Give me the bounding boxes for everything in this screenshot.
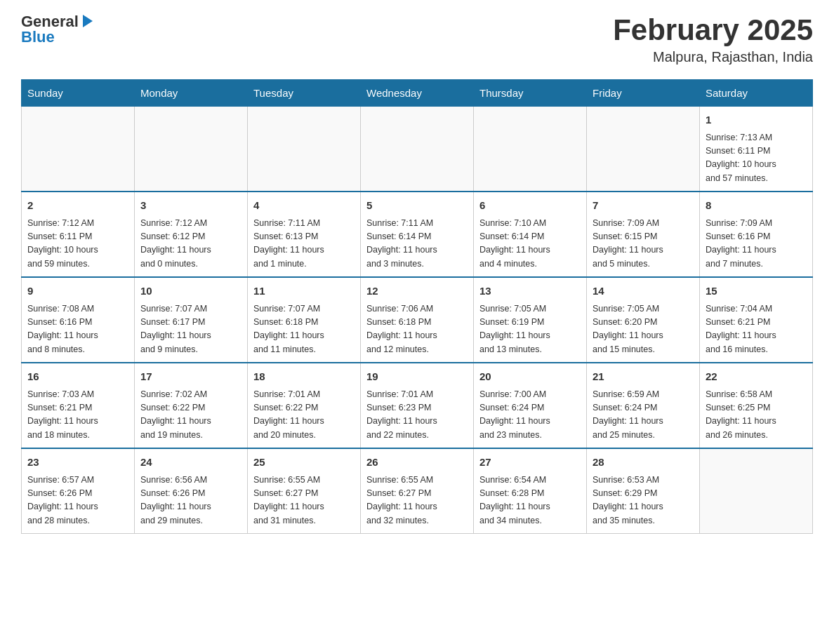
table-row: [135, 107, 248, 192]
table-row: 27Sunrise: 6:54 AM Sunset: 6:28 PM Dayli…: [474, 448, 587, 534]
day-number: 1: [706, 112, 807, 128]
table-row: 20Sunrise: 7:00 AM Sunset: 6:24 PM Dayli…: [474, 363, 587, 448]
day-number: 6: [479, 198, 581, 214]
day-info: Sunrise: 7:09 AM Sunset: 6:16 PM Dayligh…: [706, 217, 807, 271]
table-row: [22, 107, 135, 192]
table-row: 9Sunrise: 7:08 AM Sunset: 6:16 PM Daylig…: [22, 277, 135, 363]
day-number: 28: [593, 455, 694, 471]
day-number: 4: [253, 198, 355, 214]
day-number: 7: [593, 198, 694, 214]
table-row: [248, 107, 361, 192]
day-info: Sunrise: 6:53 AM Sunset: 6:29 PM Dayligh…: [593, 474, 694, 528]
table-row: 2Sunrise: 7:12 AM Sunset: 6:11 PM Daylig…: [22, 192, 135, 277]
table-row: 25Sunrise: 6:55 AM Sunset: 6:27 PM Dayli…: [248, 448, 361, 534]
table-row: 14Sunrise: 7:05 AM Sunset: 6:20 PM Dayli…: [587, 277, 700, 363]
day-number: 2: [27, 198, 128, 214]
table-row: 13Sunrise: 7:05 AM Sunset: 6:19 PM Dayli…: [474, 277, 587, 363]
day-info: Sunrise: 7:01 AM Sunset: 6:22 PM Dayligh…: [253, 388, 355, 443]
day-info: Sunrise: 7:09 AM Sunset: 6:15 PM Dayligh…: [593, 217, 694, 271]
day-number: 21: [593, 369, 694, 385]
day-info: Sunrise: 7:10 AM Sunset: 6:14 PM Dayligh…: [479, 217, 581, 271]
day-info: Sunrise: 6:58 AM Sunset: 6:25 PM Dayligh…: [706, 388, 807, 443]
day-info: Sunrise: 6:55 AM Sunset: 6:27 PM Dayligh…: [366, 474, 468, 528]
day-number: 17: [140, 369, 241, 385]
day-number: 3: [140, 198, 241, 214]
day-info: Sunrise: 7:06 AM Sunset: 6:18 PM Dayligh…: [366, 302, 468, 357]
col-thursday: Thursday: [474, 80, 587, 107]
calendar-week-row: 1Sunrise: 7:13 AM Sunset: 6:11 PM Daylig…: [22, 107, 813, 192]
title-section: February 2025 Malpura, Rajasthan, India: [613, 14, 813, 65]
table-row: 17Sunrise: 7:02 AM Sunset: 6:22 PM Dayli…: [135, 363, 248, 448]
day-info: Sunrise: 6:59 AM Sunset: 6:24 PM Dayligh…: [593, 388, 694, 443]
col-wednesday: Wednesday: [361, 80, 474, 107]
table-row: 15Sunrise: 7:04 AM Sunset: 6:21 PM Dayli…: [700, 277, 813, 363]
day-info: Sunrise: 7:08 AM Sunset: 6:16 PM Dayligh…: [27, 302, 128, 357]
calendar-week-row: 9Sunrise: 7:08 AM Sunset: 6:16 PM Daylig…: [22, 277, 813, 363]
day-number: 24: [140, 455, 241, 471]
day-info: Sunrise: 7:00 AM Sunset: 6:24 PM Dayligh…: [479, 388, 581, 443]
table-row: 22Sunrise: 6:58 AM Sunset: 6:25 PM Dayli…: [700, 363, 813, 448]
month-title: February 2025: [613, 14, 813, 46]
calendar-header-row: Sunday Monday Tuesday Wednesday Thursday…: [22, 80, 813, 107]
table-row: 3Sunrise: 7:12 AM Sunset: 6:12 PM Daylig…: [135, 192, 248, 277]
day-info: Sunrise: 7:07 AM Sunset: 6:18 PM Dayligh…: [253, 302, 355, 357]
day-info: Sunrise: 7:01 AM Sunset: 6:23 PM Dayligh…: [366, 388, 468, 443]
table-row: 6Sunrise: 7:10 AM Sunset: 6:14 PM Daylig…: [474, 192, 587, 277]
day-number: 27: [479, 455, 581, 471]
day-number: 26: [366, 455, 468, 471]
svg-marker-0: [83, 15, 93, 27]
table-row: [474, 107, 587, 192]
day-info: Sunrise: 6:54 AM Sunset: 6:28 PM Dayligh…: [479, 474, 581, 528]
table-row: [587, 107, 700, 192]
day-info: Sunrise: 7:12 AM Sunset: 6:12 PM Dayligh…: [140, 217, 241, 271]
col-sunday: Sunday: [22, 80, 135, 107]
day-number: 22: [706, 369, 807, 385]
calendar-week-row: 16Sunrise: 7:03 AM Sunset: 6:21 PM Dayli…: [22, 363, 813, 448]
day-number: 16: [27, 369, 128, 385]
day-number: 15: [706, 283, 807, 300]
day-number: 5: [366, 198, 468, 214]
page-header: General Blue February 2025 Malpura, Raja…: [21, 14, 813, 65]
day-info: Sunrise: 7:03 AM Sunset: 6:21 PM Dayligh…: [27, 388, 128, 443]
logo-general-text: General: [21, 14, 79, 29]
day-number: 20: [479, 369, 581, 385]
calendar-table: Sunday Monday Tuesday Wednesday Thursday…: [21, 79, 813, 534]
day-number: 12: [366, 283, 468, 300]
table-row: 18Sunrise: 7:01 AM Sunset: 6:22 PM Dayli…: [248, 363, 361, 448]
table-row: [361, 107, 474, 192]
day-info: Sunrise: 7:04 AM Sunset: 6:21 PM Dayligh…: [706, 302, 807, 357]
table-row: 1Sunrise: 7:13 AM Sunset: 6:11 PM Daylig…: [700, 107, 813, 192]
table-row: 5Sunrise: 7:11 AM Sunset: 6:14 PM Daylig…: [361, 192, 474, 277]
day-info: Sunrise: 6:56 AM Sunset: 6:26 PM Dayligh…: [140, 474, 241, 528]
day-info: Sunrise: 7:02 AM Sunset: 6:22 PM Dayligh…: [140, 388, 241, 443]
table-row: 24Sunrise: 6:56 AM Sunset: 6:26 PM Dayli…: [135, 448, 248, 534]
day-info: Sunrise: 7:12 AM Sunset: 6:11 PM Dayligh…: [27, 217, 128, 271]
logo-blue-text: Blue: [21, 29, 55, 45]
day-number: 19: [366, 369, 468, 385]
day-info: Sunrise: 7:05 AM Sunset: 6:19 PM Dayligh…: [479, 302, 581, 357]
day-info: Sunrise: 7:13 AM Sunset: 6:11 PM Dayligh…: [706, 131, 807, 186]
day-number: 8: [706, 198, 807, 214]
day-info: Sunrise: 6:57 AM Sunset: 6:26 PM Dayligh…: [27, 474, 128, 528]
table-row: 28Sunrise: 6:53 AM Sunset: 6:29 PM Dayli…: [587, 448, 700, 534]
calendar-week-row: 2Sunrise: 7:12 AM Sunset: 6:11 PM Daylig…: [22, 192, 813, 277]
day-number: 18: [253, 369, 355, 385]
col-monday: Monday: [135, 80, 248, 107]
day-info: Sunrise: 7:11 AM Sunset: 6:14 PM Dayligh…: [366, 217, 468, 271]
table-row: 12Sunrise: 7:06 AM Sunset: 6:18 PM Dayli…: [361, 277, 474, 363]
table-row: 21Sunrise: 6:59 AM Sunset: 6:24 PM Dayli…: [587, 363, 700, 448]
table-row: 10Sunrise: 7:07 AM Sunset: 6:17 PM Dayli…: [135, 277, 248, 363]
table-row: 16Sunrise: 7:03 AM Sunset: 6:21 PM Dayli…: [22, 363, 135, 448]
table-row: 11Sunrise: 7:07 AM Sunset: 6:18 PM Dayli…: [248, 277, 361, 363]
day-info: Sunrise: 7:11 AM Sunset: 6:13 PM Dayligh…: [253, 217, 355, 271]
day-info: Sunrise: 7:05 AM Sunset: 6:20 PM Dayligh…: [593, 302, 694, 357]
table-row: 4Sunrise: 7:11 AM Sunset: 6:13 PM Daylig…: [248, 192, 361, 277]
table-row: 26Sunrise: 6:55 AM Sunset: 6:27 PM Dayli…: [361, 448, 474, 534]
logo: General Blue: [21, 14, 95, 45]
location: Malpura, Rajasthan, India: [613, 49, 813, 65]
table-row: 8Sunrise: 7:09 AM Sunset: 6:16 PM Daylig…: [700, 192, 813, 277]
calendar-week-row: 23Sunrise: 6:57 AM Sunset: 6:26 PM Dayli…: [22, 448, 813, 534]
table-row: 23Sunrise: 6:57 AM Sunset: 6:26 PM Dayli…: [22, 448, 135, 534]
table-row: 19Sunrise: 7:01 AM Sunset: 6:23 PM Dayli…: [361, 363, 474, 448]
day-info: Sunrise: 6:55 AM Sunset: 6:27 PM Dayligh…: [253, 474, 355, 528]
